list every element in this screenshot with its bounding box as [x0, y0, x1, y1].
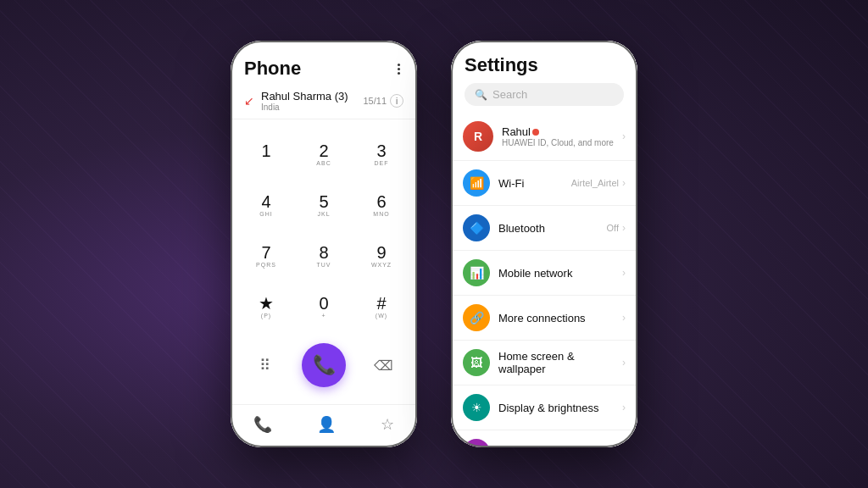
dial-key-6[interactable]: 6 MNO	[353, 180, 410, 231]
phone-header: Phone	[231, 51, 417, 83]
phones-container: Phone ↙ Rahul Sharma (3) India 15/11 i	[231, 41, 637, 447]
homescreen-label: Home screen & wallpaper	[498, 350, 622, 375]
caller-country: India	[261, 103, 363, 112]
recent-call-item[interactable]: ↙ Rahul Sharma (3) India 15/11 i	[231, 83, 417, 119]
chevron-right-icon: ›	[622, 446, 626, 447]
bluetooth-label: Bluetooth	[498, 222, 607, 235]
dial-key-hash[interactable]: # (W)	[353, 282, 410, 333]
call-meta: 15/11 i	[363, 94, 403, 108]
chevron-right-icon: ›	[622, 267, 626, 279]
phone-nav: 📞 👤 ☆	[231, 404, 417, 447]
chevron-right-icon: ›	[622, 402, 626, 413]
caller-name: Rahul Sharma (3)	[261, 90, 363, 103]
avatar: R	[463, 121, 493, 152]
display-label: Display & brightness	[498, 402, 622, 414]
profile-sub: HUAWEI ID, Cloud, and more	[502, 138, 622, 147]
settings-bluetooth-item[interactable]: 🔷 Bluetooth Off ›	[451, 206, 637, 251]
chevron-right-icon: ›	[622, 312, 626, 324]
sounds-icon: 🔊	[463, 439, 490, 447]
dial-key-3[interactable]: 3 DEF	[353, 130, 410, 180]
phone-right: Settings 🔍 Search R Rahul HUAWEI ID, Clo…	[451, 41, 637, 447]
display-icon: ☀	[463, 394, 490, 421]
profile-dot	[532, 129, 539, 136]
search-placeholder: Search	[492, 88, 527, 101]
chevron-right-icon: ›	[622, 130, 626, 142]
connections-label: More connections	[498, 312, 622, 324]
sounds-label: Sounds & vibration	[498, 446, 622, 448]
settings-homescreen-item[interactable]: 🖼 Home screen & wallpaper ›	[451, 341, 637, 385]
chevron-right-icon: ›	[622, 177, 626, 189]
dial-key-4[interactable]: 4 GHI	[237, 180, 295, 231]
settings-screen: Settings 🔍 Search R Rahul HUAWEI ID, Clo…	[451, 41, 637, 447]
search-icon: 🔍	[475, 89, 487, 101]
bluetooth-value: Off	[607, 223, 619, 233]
call-info-icon[interactable]: i	[390, 94, 403, 108]
mobile-label: Mobile network	[498, 267, 622, 280]
phone-left: Phone ↙ Rahul Sharma (3) India 15/11 i	[231, 41, 417, 447]
settings-connections-item[interactable]: 🔗 More connections ›	[451, 296, 637, 341]
dial-key-0[interactable]: 0 +	[295, 282, 353, 333]
settings-title: Settings	[465, 54, 624, 76]
phone-title: Phone	[244, 58, 301, 80]
wifi-icon: 📶	[463, 169, 490, 197]
wifi-label: Wi-Fi	[498, 177, 571, 190]
backspace-icon[interactable]: ⌫	[370, 352, 397, 379]
dial-key-8[interactable]: 8 TUV	[295, 231, 353, 282]
phone-bottom-bar: ⠿ 📞 ⌫	[231, 336, 417, 404]
profile-name: Rahul	[502, 125, 622, 138]
phone-screen: Phone ↙ Rahul Sharma (3) India 15/11 i	[231, 41, 417, 447]
nav-phone-icon[interactable]: 📞	[250, 412, 275, 437]
dial-key-1[interactable]: 1	[237, 130, 295, 180]
mobile-network-icon: 📊	[463, 259, 490, 286]
call-count: 15/11	[363, 96, 387, 106]
chevron-right-icon: ›	[622, 222, 626, 234]
homescreen-icon: 🖼	[463, 349, 490, 376]
wifi-value: Airtel_Airtel	[571, 178, 619, 188]
missed-call-icon: ↙	[244, 94, 254, 108]
dial-key-2[interactable]: 2 ABC	[295, 130, 353, 180]
call-info: Rahul Sharma (3) India	[261, 90, 363, 112]
call-button[interactable]: 📞	[302, 343, 346, 387]
settings-sounds-item[interactable]: 🔊 Sounds & vibration ›	[451, 430, 637, 447]
settings-mobile-item[interactable]: 📊 Mobile network ›	[451, 251, 637, 296]
bluetooth-icon: 🔷	[463, 214, 490, 241]
dial-key-5[interactable]: 5 JKL	[295, 180, 353, 231]
nav-favorites-icon[interactable]: ☆	[377, 412, 398, 437]
settings-search-bar[interactable]: 🔍 Search	[465, 83, 624, 106]
settings-profile-item[interactable]: R Rahul HUAWEI ID, Cloud, and more ›	[451, 113, 637, 161]
settings-wifi-item[interactable]: 📶 Wi-Fi Airtel_Airtel ›	[451, 161, 637, 206]
profile-text: Rahul HUAWEI ID, Cloud, and more	[502, 125, 622, 147]
dialpad-grid-icon[interactable]: ⠿	[251, 352, 278, 379]
settings-list: R Rahul HUAWEI ID, Cloud, and more › 📶 W…	[451, 113, 637, 447]
dial-key-9[interactable]: 9 WXYZ	[353, 231, 410, 282]
settings-display-item[interactable]: ☀ Display & brightness ›	[451, 385, 637, 430]
connections-icon: 🔗	[463, 304, 490, 331]
dial-key-star[interactable]: ★ (P)	[237, 282, 295, 333]
settings-header: Settings 🔍 Search	[451, 41, 637, 113]
nav-contacts-icon[interactable]: 👤	[314, 412, 339, 437]
dialpad: 1 2 ABC 3 DEF 4 GHI 5 JKL	[231, 119, 417, 336]
dial-key-7[interactable]: 7 PQRS	[237, 231, 295, 282]
chevron-right-icon: ›	[622, 357, 626, 369]
dots-vertical-icon[interactable]	[394, 60, 403, 78]
